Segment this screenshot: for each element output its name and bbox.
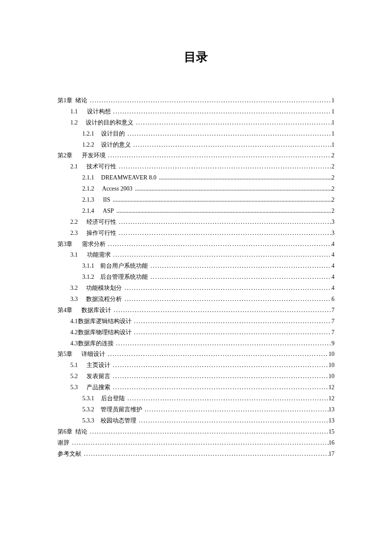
toc-leader: [112, 194, 331, 205]
toc-entry-number: 2.1: [58, 161, 78, 172]
toc-entry-page: 1: [331, 117, 334, 128]
toc-entry: 第2章开发环境2: [58, 150, 334, 161]
toc-entry-text: 管理员留言维护: [101, 404, 142, 415]
toc-entry-number: 5.3: [58, 382, 78, 393]
toc-entry-page: 10: [329, 371, 334, 382]
toc-entry-page: 13: [329, 404, 334, 415]
toc-entry-page: 1: [331, 128, 334, 139]
toc-entry: 5.2发表留言10: [58, 371, 334, 382]
toc-entry-page: 6: [331, 294, 334, 305]
toc-entry: 第4章数据库设计7: [58, 305, 334, 316]
toc-entry-page: 12: [329, 382, 334, 393]
toc-entry-text: 设计目的: [101, 128, 125, 139]
toc-leader: [107, 349, 329, 360]
toc-leader: [112, 106, 331, 117]
toc-entry-page: 3: [331, 228, 334, 239]
toc-entry-text: 谢辞: [58, 437, 69, 448]
toc-entry-page: 1: [331, 106, 334, 117]
toc-entry-text: 技术可行性: [86, 161, 116, 172]
toc-entry-number: 3.1.2: [58, 272, 94, 283]
toc-entry: 3.1.2后台管理系统功能4: [58, 272, 334, 283]
toc-entry: 1.2.1设计目的1: [58, 128, 334, 139]
toc-leader: [118, 228, 331, 239]
toc-entry-number: 第5章: [58, 349, 72, 360]
toc-entry-number: 第2章: [58, 150, 72, 161]
toc-entry-text: 数据流程分析: [86, 294, 122, 305]
toc-entry-text: 4.1数据库逻辑结构设计: [70, 316, 132, 327]
toc-leader: [83, 448, 329, 460]
toc-entry-page: 2: [331, 205, 334, 217]
toc-entry-page: 17: [329, 448, 334, 460]
toc-leader: [112, 360, 329, 371]
toc-entry-number: 2.1.1: [58, 172, 94, 183]
toc-entry: 4.1数据库逻辑结构设计7: [58, 316, 334, 327]
toc-leader: [135, 117, 331, 128]
toc-entry-text: 后台管理系统功能: [100, 272, 148, 283]
toc-leader: [150, 260, 331, 272]
toc-entry-page: 4: [331, 272, 334, 283]
toc-entry-page: 7: [331, 327, 334, 338]
toc-entry: 第6章 结论15: [58, 426, 334, 437]
toc-entry: 第1章 绪论1: [58, 95, 334, 106]
toc-entry-text: 结论: [75, 426, 87, 437]
toc-entry-number: 第1章: [58, 95, 72, 106]
toc-entry-text: 经济可行性: [86, 217, 116, 228]
toc-entry-text: 后台登陆: [101, 393, 125, 404]
toc-entry: 1.2设计的目的和意义1: [58, 117, 334, 128]
toc-leader: [115, 205, 331, 217]
toc-entry-number: 5.2: [58, 371, 78, 382]
toc-entry: 2.1.3IIS2: [58, 194, 334, 205]
toc-entry-page: 2: [331, 161, 334, 172]
toc-leader: [127, 393, 329, 404]
toc-entry-number: 1.2.2: [58, 139, 94, 150]
toc-entry-number: 5.3.1: [58, 393, 94, 404]
toc-entry-text: 需求分析: [82, 239, 106, 250]
toc-entry: 第3章需求分析4: [58, 239, 334, 250]
toc-entry-page: 13: [329, 415, 334, 426]
toc-entry-page: 4: [331, 283, 334, 294]
toc-entry-page: 16: [329, 437, 334, 448]
toc-entry-number: 1.1: [58, 106, 78, 117]
toc-leader: [133, 139, 331, 150]
toc-entry-number: 2.1.4: [58, 205, 94, 217]
toc-entry-number: 3.1.1: [58, 260, 94, 272]
toc-leader: [71, 437, 329, 448]
toc-entry-number: 第3章: [58, 239, 72, 250]
toc-leader: [124, 294, 331, 305]
toc-leader: [118, 217, 331, 228]
toc-entry-number: 2.3: [58, 228, 78, 239]
toc-entry-number: 5.3.3: [58, 415, 94, 426]
toc-entry: 5.3.3校园动态管理13: [58, 415, 334, 426]
toc-entry-text: 绪论: [75, 95, 87, 106]
toc-entry: 5.3.1后台登陆12: [58, 393, 334, 404]
toc-entry: 第5章详细设计10: [58, 349, 334, 360]
toc-entry-number: 5.3.2: [58, 404, 94, 415]
toc-entry: 2.1技术可行性2: [58, 161, 334, 172]
toc-entry-text: Access 2003: [102, 183, 133, 194]
toc-entry-number: 1.2.1: [58, 128, 94, 139]
toc-entry-page: 2: [331, 183, 334, 194]
toc-entry-page: 1: [331, 139, 334, 150]
toc-entry-text: 主页设计: [86, 360, 110, 371]
toc-entry-text: 操作可行性: [86, 228, 116, 239]
toc-leader: [112, 371, 329, 382]
toc-entry-page: 7: [331, 305, 334, 316]
toc-entry-text: 发表留言: [86, 371, 110, 382]
toc-entry-number: 1.2: [58, 117, 78, 128]
toc-entry-page: 4: [331, 249, 334, 260]
toc-title: 目录: [58, 49, 334, 65]
toc-leader: [107, 150, 331, 161]
toc-leader: [107, 239, 331, 250]
toc-leader: [113, 305, 331, 316]
toc-leader: [127, 128, 331, 139]
toc-entry-text: 校园动态管理: [101, 415, 136, 426]
toc-entry-text: 前台用户系统功能: [100, 260, 148, 272]
toc-entry: 5.3产品搜索12: [58, 382, 334, 393]
toc-leader: [150, 272, 331, 283]
toc-entry-text: 设计构想: [87, 106, 111, 117]
toc-entry-page: 3: [331, 217, 334, 228]
toc-entry-number: 3.3: [58, 294, 78, 305]
toc-entry-text: 开发环境: [82, 150, 106, 161]
toc-entry: 3.3数据流程分析6: [58, 294, 334, 305]
toc-entry-text: ASP: [103, 205, 114, 217]
